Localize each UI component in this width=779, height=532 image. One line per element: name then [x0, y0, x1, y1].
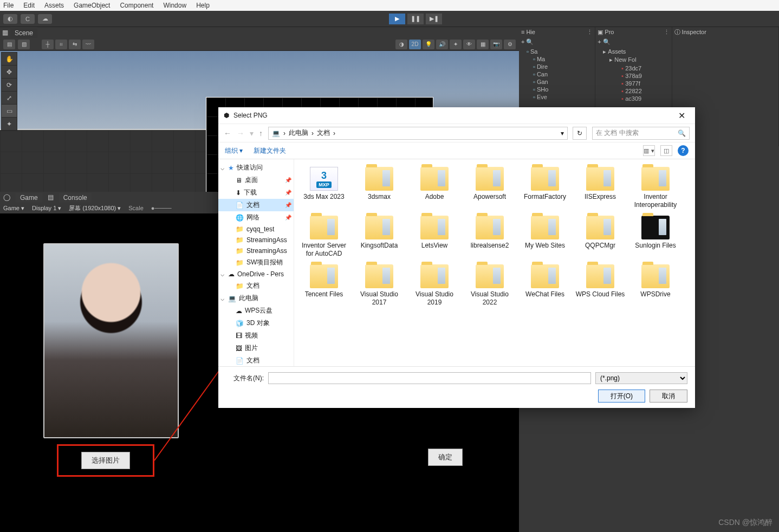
file-item[interactable]: Apowersoft — [463, 165, 516, 211]
nav-tree-item[interactable]: 📁cyqq_test — [218, 224, 294, 235]
crumb-pc[interactable]: 此电脑 — [289, 128, 308, 138]
file-item[interactable]: Tencent Files — [297, 262, 350, 309]
menu-edit[interactable]: Edit — [23, 2, 35, 9]
hierarchy-add[interactable]: + — [521, 38, 524, 45]
account-icon[interactable]: ◐ — [3, 14, 17, 24]
nav-tree-item[interactable]: 📁SW项目报销 — [218, 256, 294, 269]
project-tree[interactable]: Assets New Fol 23dc7378a93977f22822ac309 — [595, 47, 671, 104]
hierarchy-item[interactable]: SHo — [521, 86, 593, 93]
shading-mode-icon[interactable]: ▤ — [3, 40, 15, 49]
back-icon[interactable]: ← — [224, 129, 231, 138]
view-mode-icon[interactable]: ▥ ▾ — [643, 145, 655, 156]
file-item[interactable]: FormatFactory — [518, 165, 572, 211]
file-item[interactable]: KingsoftData — [353, 213, 406, 260]
hierarchy-item[interactable]: Ma — [521, 55, 593, 63]
nav-tree-item[interactable]: 📄文档 — [218, 354, 294, 366]
file-item[interactable]: Inventor Server for AutoCAD — [297, 213, 350, 260]
help-icon[interactable]: ? — [678, 145, 689, 156]
scale-slider[interactable]: ●──── — [151, 205, 172, 211]
play-button[interactable]: ▶ — [389, 14, 405, 24]
transform-tool-icon[interactable]: ✦ — [2, 118, 17, 131]
display-dd[interactable]: Display 1 ▾ — [32, 205, 61, 212]
filter-select[interactable]: (*.png) — [595, 372, 687, 384]
hierarchy-item[interactable]: Can — [521, 70, 593, 78]
file-item[interactable]: librealsense2 — [463, 213, 516, 260]
forward-icon[interactable]: → — [237, 129, 244, 138]
console-tab[interactable]: Console — [59, 192, 92, 203]
menu-window[interactable]: Window — [163, 2, 186, 9]
assets-folder[interactable]: Assets — [598, 48, 669, 56]
nav-tree-item[interactable]: ⌵💻此电脑 — [218, 292, 294, 304]
nav-tree-item[interactable]: 🖥桌面📌 — [218, 174, 294, 186]
hand-tool-icon[interactable]: ✋ — [2, 53, 17, 66]
file-item[interactable]: Inventor Interoperability — [629, 165, 682, 211]
file-item[interactable]: WPS Cloud Files — [574, 262, 627, 309]
nav-tree-item[interactable]: ☁WPS云盘 — [218, 304, 294, 317]
project-add[interactable]: + — [598, 38, 601, 45]
file-item[interactable]: Sunlogin Files — [629, 213, 682, 260]
menu-assets[interactable]: Assets — [44, 2, 64, 9]
select-image-button[interactable]: 选择图片 — [81, 452, 130, 469]
project-asset[interactable]: 23dc7 — [603, 64, 669, 72]
project-asset[interactable]: 378a9 — [603, 72, 669, 80]
light-icon[interactable]: 💡 — [423, 40, 434, 49]
nav-tree-item[interactable]: 📄文档📌 — [218, 199, 294, 211]
file-item[interactable]: Visual Studio 2022 — [463, 262, 516, 309]
menu-gameobject[interactable]: GameObject — [74, 2, 110, 9]
project-asset[interactable]: ac309 — [603, 95, 669, 102]
open-button[interactable]: 打开(O) — [598, 390, 645, 403]
snap-icon[interactable]: ⌗ — [55, 40, 67, 49]
gizmo-icon[interactable]: ▦ — [477, 40, 489, 49]
crumb-docs[interactable]: 文档 — [317, 128, 330, 138]
file-item[interactable]: 3MXP3ds Max 2023 — [297, 165, 350, 211]
rotate-tool-icon[interactable]: ⟳ — [2, 79, 17, 92]
cloud-button[interactable]: C — [21, 14, 35, 24]
dialog-file-grid[interactable]: 3MXP3ds Max 20233dsmaxAdobeApowersoftFor… — [294, 159, 695, 366]
hierarchy-item[interactable]: Gan — [521, 78, 593, 86]
fx-icon[interactable]: ✦ — [450, 40, 462, 49]
audio-icon[interactable]: 🔊 — [436, 40, 448, 49]
menu-help[interactable]: Help — [196, 2, 210, 9]
file-item[interactable]: WeChat Files — [518, 262, 572, 309]
file-item[interactable]: 3dsmax — [353, 165, 406, 211]
draw-mode-icon[interactable]: ▧ — [18, 40, 30, 49]
inspector-tab[interactable]: Inspector — [682, 29, 706, 35]
game-dd[interactable]: Game ▾ — [3, 205, 24, 212]
hierarchy-item[interactable]: Eve — [521, 93, 593, 101]
gizmos-dd-icon[interactable]: ⚙ — [504, 40, 516, 49]
recent-icon[interactable]: ▾ — [250, 129, 254, 138]
close-icon[interactable]: ✕ — [674, 109, 690, 122]
up-icon[interactable]: ↑ — [259, 129, 263, 138]
move-tool-icon[interactable]: ✥ — [2, 66, 17, 79]
file-item[interactable]: Visual Studio 2017 — [353, 262, 406, 309]
menu-component[interactable]: Component — [120, 2, 153, 9]
nav-tree-item[interactable]: 🎞视频 — [218, 329, 294, 342]
hierarchy-item[interactable]: Dire — [521, 63, 593, 70]
project-asset[interactable]: 3977f — [603, 80, 669, 87]
rect-tool-icon[interactable]: ▭ — [2, 105, 17, 118]
nav-tree-item[interactable]: 🧊3D 对象 — [218, 317, 294, 329]
filename-input[interactable] — [268, 372, 591, 384]
file-item[interactable]: WPSDrive — [629, 262, 682, 309]
cancel-button[interactable]: 取消 — [650, 390, 687, 403]
nav-tree-item[interactable]: 📁文档 — [218, 280, 294, 292]
grid-icon[interactable]: ┼ — [42, 40, 54, 49]
project-tab[interactable]: Pro — [605, 29, 614, 35]
scene-tab[interactable]: Scene — [10, 27, 37, 38]
hierarchy-item[interactable]: Sa — [521, 48, 593, 55]
project-asset[interactable]: 22822 — [603, 87, 669, 95]
preview-pane-icon[interactable]: ◫ — [660, 145, 672, 156]
hierarchy-tab[interactable]: Hie — [526, 29, 535, 35]
file-item[interactable]: Visual Studio 2019 — [408, 262, 461, 309]
camera-icon[interactable]: 📷 — [490, 40, 502, 49]
game-tab[interactable]: Game — [16, 192, 42, 203]
ruler-icon[interactable]: 〰 — [82, 40, 94, 49]
breadcrumb[interactable]: 💻› 此电脑› 文档› ▾ — [268, 127, 568, 140]
resolution-dd[interactable]: 屏幕 (1920x1080) ▾ — [69, 204, 121, 212]
file-item[interactable]: LetsView — [408, 213, 461, 260]
new-folder[interactable]: New Fol — [598, 56, 669, 64]
nav-tree-item[interactable]: 📁StreamingAss — [218, 235, 294, 245]
nav-tree-item[interactable]: 🌐网络📌 — [218, 211, 294, 224]
confirm-button[interactable]: 确定 — [428, 449, 463, 466]
file-item[interactable]: QQPCMgr — [574, 213, 627, 260]
